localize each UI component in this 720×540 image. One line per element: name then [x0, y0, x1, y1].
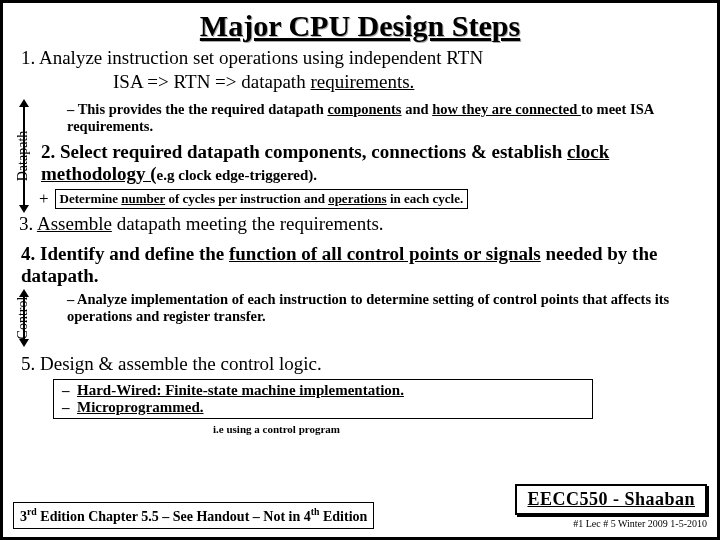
hw-box: – Hard-Wired: Finite-state machine imple… [53, 379, 593, 419]
plus-row: + Determine number of cycles per instruc… [39, 187, 707, 213]
step-5: 5. Design & assemble the control logic. [21, 353, 707, 375]
plus-box: Determine number of cycles per instructi… [55, 189, 469, 209]
step-2: 2. Select required datapath components, … [41, 141, 703, 185]
course-box: EECC550 - Shaaban [515, 484, 707, 515]
ha: 3 [20, 509, 27, 524]
control-section: Control Analyze implementation of each i… [13, 289, 707, 347]
slide-title: Major CPU Design Steps [13, 9, 707, 43]
hw-a: Hard-Wired: Finite-state machine impleme… [77, 382, 404, 398]
pb-c: of cycles per instruction and [165, 191, 328, 206]
step2-c: e.g clock edge-triggered). [157, 167, 318, 183]
isa-line: ISA => RTN => datapath requirements. [113, 71, 707, 93]
sub1-d: how they are connected [432, 101, 581, 117]
sup-rd: rd [27, 506, 37, 517]
control-label: Control [15, 297, 31, 340]
step-1: 1. Analyze instruction set operations us… [21, 47, 707, 69]
hw-micro: – Microprogrammed. [62, 399, 584, 416]
hw-b: Microprogrammed. [77, 399, 204, 415]
isa-text-a: ISA => RTN => datapath [113, 71, 310, 92]
datapath-content: This provides the the required datapath … [33, 99, 707, 213]
pb-e: in each cycle. [387, 191, 464, 206]
datapath-section: Datapath This provides the the required … [13, 99, 707, 213]
foot-line: #1 Lec # 5 Winter 2009 1-5-2010 [515, 518, 707, 529]
s3-b: Assemble [37, 213, 112, 234]
sub-note-1: This provides the the required datapath … [67, 101, 697, 135]
footer: 3rd Edition Chapter 5.5 – See Handout – … [13, 484, 707, 529]
course-box-wrap: EECC550 - Shaaban #1 Lec # 5 Winter 2009… [515, 484, 707, 529]
datapath-label-col: Datapath [13, 99, 33, 213]
s3-a: 3. [19, 213, 37, 234]
s4-a: 4. Identify and define the [21, 243, 229, 264]
s3-c: datapath meeting the requirements. [112, 213, 384, 234]
hb: Edition Chapter 5.5 – See Handout – Not … [37, 509, 311, 524]
pb-b: number [121, 191, 165, 206]
hc: Edition [319, 509, 367, 524]
handout-note: 3rd Edition Chapter 5.5 – See Handout – … [13, 502, 374, 529]
slide: Major CPU Design Steps 1. Analyze instru… [0, 0, 720, 540]
sub1-b: components [327, 101, 401, 117]
sub1-c: and [402, 101, 433, 117]
s4-b: function of all control points or signal… [229, 243, 541, 264]
sub1-a: This provides the the required datapath [78, 101, 328, 117]
pb-a: Determine [60, 191, 122, 206]
step-3: 3. Assemble datapath meeting the require… [19, 213, 707, 235]
plus-icon: + [39, 189, 49, 208]
step2-a: 2. Select required datapath components, … [41, 141, 567, 162]
control-content: Analyze implementation of each instructi… [33, 289, 707, 347]
datapath-label: Datapath [15, 131, 31, 182]
isa-text-b: requirements. [310, 71, 414, 92]
ie-note: i.e using a control program [213, 423, 340, 435]
control-label-col: Control [13, 289, 33, 347]
pb-d: operations [328, 191, 387, 206]
sub-note-4: Analyze implementation of each instructi… [67, 291, 697, 325]
step-4: 4. Identify and define the function of a… [21, 243, 699, 287]
hw-wired: – Hard-Wired: Finite-state machine imple… [62, 382, 584, 399]
